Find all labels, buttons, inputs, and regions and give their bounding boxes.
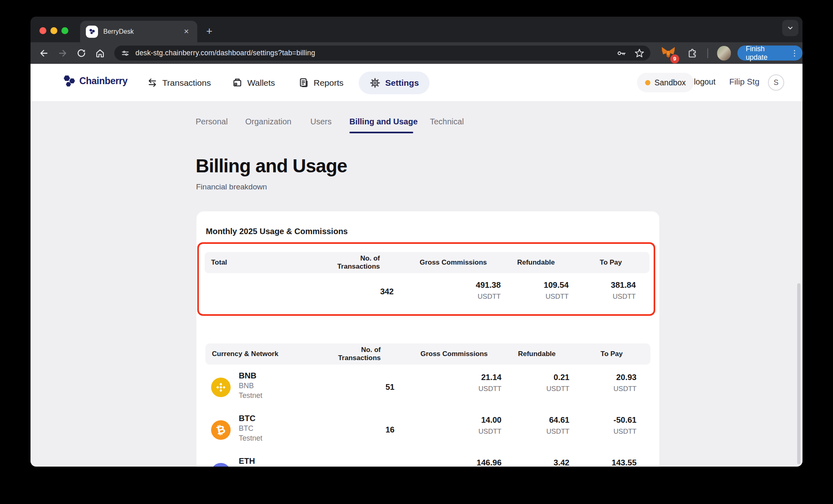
forward-button[interactable] [57,48,68,59]
active-tab-underline [349,132,413,133]
tab-title: BerryDesk [103,28,181,35]
browser-toolbar: desk-stg.chainberry.com/dashboard/settin… [31,42,802,64]
row-refundable: 3.42 [554,458,569,467]
currency-unit: USDTT [545,293,569,301]
nav-item-settings[interactable]: Settings [359,72,430,94]
currency-table-header: Currency & Network No. of Transactions G… [205,343,650,365]
berrydesk-favicon [86,26,98,38]
browser-menu-icon[interactable]: ⋮ [791,48,798,58]
row-transactions: 89 [330,458,395,467]
environment-dot-icon [645,80,650,85]
browser-window: BerryDesk ✕ + [31,17,802,467]
annotation-highlight-box: Total No. of Transactions Gross Commissi… [197,242,655,316]
row-gross: 146.96 [477,458,502,467]
col-transactions: No. of Transactions [329,254,394,271]
extensions-puzzle-icon[interactable] [687,48,698,59]
row-refundable: 0.21 [554,373,569,382]
transactions-icon [147,77,158,88]
usage-commissions-card: Monthly 2025 Usage & Commissions Total N… [196,211,659,467]
tab-close-icon[interactable]: ✕ [181,27,192,36]
page-title: Billing and Usage [196,155,347,177]
logout-link[interactable]: logout [694,77,715,87]
environment-badge[interactable]: Sandbox [637,73,694,92]
finish-update-label: Finish update [746,45,787,62]
row-refundable: 64.61 [549,415,569,425]
col-gross: Gross Commissions [394,259,501,267]
total-to-pay: 381.84 [611,280,636,290]
totals-table-row: 342 491.38USDTT 109.54USDTT 381.84USDTT [205,280,650,315]
row-transactions: 51 [330,373,395,401]
total-refundable: 109.54 [544,280,569,290]
extension-badge: 9 [670,54,679,63]
currency-unit: USDTT [478,293,501,301]
new-tab-button[interactable]: + [206,26,212,36]
col-transactions: No. of Transactions [330,346,395,362]
page-subtitle: Financial breakdown [196,182,267,191]
home-button[interactable] [95,48,105,59]
total-transactions: 342 [329,280,394,302]
currency-unit: USDTT [478,385,502,393]
tab-users[interactable]: Users [310,117,331,126]
currency-unit: USDTT [613,428,637,436]
currency-unit: USDTT [546,428,569,436]
nav-item-transactions[interactable]: Transactions [147,64,211,102]
totals-table-header: Total No. of Transactions Gross Commissi… [205,252,650,273]
back-button[interactable] [39,48,49,59]
col-gross: Gross Commissions [395,350,502,358]
card-title: Monthly 2025 Usage & Commissions [206,227,348,236]
user-name[interactable]: Filip Stg [729,77,759,87]
currency-unit: USDTT [613,385,637,393]
finish-update-button[interactable]: Finish update ⋮ [737,46,802,61]
tab-personal[interactable]: Personal [196,117,228,126]
password-key-icon[interactable] [616,48,627,59]
currency-unit: USDTT [613,293,636,301]
toolbar-divider [707,48,708,58]
minimize-window-button[interactable] [50,27,57,34]
bookmark-star-icon[interactable] [634,48,645,59]
environment-label: Sandbox [654,78,686,87]
site-settings-icon[interactable] [121,49,130,58]
app-navbar: Chainberry Transactions Wallets [31,64,802,102]
nav-item-reports[interactable]: Reports [298,64,344,102]
nav-label: Transactions [162,78,211,88]
col-to-pay: To Pay [569,350,637,358]
tab-billing-and-usage[interactable]: Billing and Usage [349,117,418,126]
metamask-extension-button[interactable]: 9 [661,46,676,61]
chainberry-logo[interactable]: Chainberry [62,74,127,88]
url-text[interactable]: desk-stg.chainberry.com/dashboard/settin… [135,49,315,57]
browser-profile-avatar[interactable] [717,46,731,61]
desktop-background: BerryDesk ✕ + [0,0,833,504]
browser-tabstrip: BerryDesk ✕ + [31,17,802,42]
wallet-icon [232,77,243,88]
user-avatar[interactable]: S [768,74,784,91]
brand-name: Chainberry [79,76,127,87]
address-bar[interactable]: desk-stg.chainberry.com/dashboard/settin… [114,46,650,61]
browser-tab-berrydesk[interactable]: BerryDesk ✕ [80,21,197,42]
tab-organization[interactable]: Organization [245,117,291,126]
tab-search-chevron-button[interactable] [782,20,798,36]
col-refundable: Refundable [502,350,569,358]
col-to-pay: To Pay [569,259,636,267]
page-viewport: Chainberry Transactions Wallets [31,64,802,467]
nav-label: Wallets [247,78,275,88]
fullscreen-window-button[interactable] [61,27,68,34]
col-total: Total [205,259,329,267]
tab-technical[interactable]: Technical [430,117,464,126]
col-refundable: Refundable [501,259,569,267]
close-window-button[interactable] [39,27,46,34]
row-to-pay: 143.55 [612,458,637,467]
total-gross: 491.38 [476,280,501,290]
currency-unit: USDTT [478,428,502,436]
nav-label: Settings [385,78,419,88]
row-to-pay: 20.93 [616,373,637,382]
gear-icon [369,77,381,89]
user-initial: S [774,78,778,87]
nav-label: Reports [314,78,344,88]
row-gross: 21.14 [481,373,502,382]
page-scrollbar[interactable] [797,283,800,464]
row-transactions: 16 [330,415,395,444]
reload-button[interactable] [76,48,87,59]
reports-icon [298,77,309,88]
nav-item-wallets[interactable]: Wallets [232,64,275,102]
row-gross: 14.00 [481,415,502,425]
